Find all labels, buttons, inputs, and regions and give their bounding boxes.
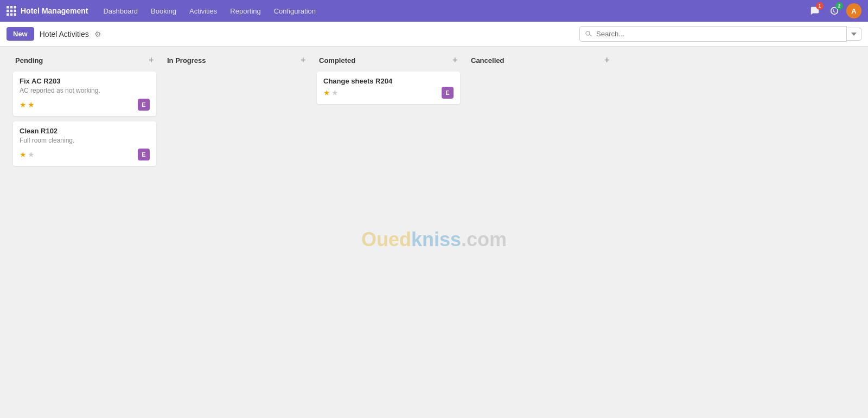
svg-rect-6	[7, 14, 9, 16]
page-title: Hotel Activities	[40, 30, 89, 38]
card-avatar: E	[138, 99, 150, 111]
card-avatar: E	[442, 87, 454, 99]
nav-item-booking[interactable]: Booking	[145, 5, 182, 17]
svg-rect-8	[14, 14, 17, 16]
kanban-card-card-change-sheets[interactable]: Change sheets R204★★E	[317, 72, 460, 104]
topbar-right: 1 2 A	[807, 3, 861, 18]
svg-rect-7	[10, 14, 13, 16]
card-stars: ★★	[20, 100, 35, 109]
search-dropdown-button[interactable]	[847, 28, 861, 41]
kanban-column-pending: Pending+Fix AC R203AC reported as not wo…	[9, 55, 161, 171]
brand-name[interactable]: Hotel Management	[21, 7, 88, 15]
search-input[interactable]	[579, 26, 847, 42]
card-stars: ★★	[20, 150, 35, 159]
card-title: Change sheets R204	[323, 77, 454, 85]
column-add-button-cancelled[interactable]: +	[604, 55, 610, 65]
nav-item-dashboard[interactable]: Dashboard	[98, 5, 143, 17]
search-icon	[585, 30, 592, 37]
apps-icon[interactable]	[7, 6, 16, 16]
card-desc: Full room cleaning.	[20, 137, 150, 144]
column-add-button-pending[interactable]: +	[148, 55, 154, 65]
card-title: Clean R102	[20, 127, 150, 135]
kanban-card-card-fix-ac[interactable]: Fix AC R203AC reported as not working.★★…	[13, 72, 156, 116]
star-empty[interactable]: ★	[28, 150, 35, 159]
column-add-button-in-progress[interactable]: +	[300, 55, 306, 65]
activity-button[interactable]: 2	[827, 3, 842, 18]
kanban-column-cancelled: Cancelled+	[464, 55, 616, 72]
column-header-cancelled: Cancelled+	[469, 55, 612, 65]
star-filled[interactable]: ★	[20, 100, 27, 109]
star-filled[interactable]: ★	[323, 88, 330, 97]
svg-rect-1	[10, 6, 13, 9]
card-footer: ★★E	[20, 149, 150, 160]
activity-badge: 2	[835, 2, 843, 10]
nav-item-reporting[interactable]: Reporting	[225, 5, 266, 17]
card-desc: AC reported as not working.	[20, 87, 150, 94]
topbar-nav: DashboardBookingActivitiesReportingConfi…	[98, 5, 807, 17]
star-filled[interactable]: ★	[28, 100, 35, 109]
star-empty[interactable]: ★	[331, 88, 339, 97]
svg-rect-4	[10, 10, 13, 12]
topbar: Hotel Management DashboardBookingActivit…	[0, 0, 868, 22]
column-title-pending: Pending	[15, 56, 43, 65]
settings-gear-icon[interactable]: ⚙	[94, 30, 101, 38]
card-avatar: E	[138, 149, 150, 160]
kanban-card-card-clean-r102[interactable]: Clean R102Full room cleaning.★★E	[13, 121, 156, 166]
card-title: Fix AC R203	[20, 77, 150, 85]
svg-rect-5	[14, 10, 17, 12]
svg-rect-0	[7, 6, 9, 9]
star-filled[interactable]: ★	[20, 150, 27, 159]
column-title-completed: Completed	[319, 56, 355, 65]
card-footer: ★★E	[20, 99, 150, 111]
search-container	[579, 26, 861, 42]
svg-rect-2	[14, 6, 17, 9]
subheader: New Hotel Activities ⚙	[0, 22, 868, 47]
card-footer: ★★E	[323, 87, 454, 99]
nav-item-configuration[interactable]: Configuration	[269, 5, 321, 17]
column-header-in-progress: In Progress+	[165, 55, 308, 65]
column-add-button-completed[interactable]: +	[452, 55, 458, 65]
kanban-board: Pending+Fix AC R203AC reported as not wo…	[0, 47, 868, 418]
nav-item-activities[interactable]: Activities	[184, 5, 222, 17]
user-avatar[interactable]: A	[846, 3, 861, 18]
column-title-in-progress: In Progress	[167, 56, 206, 65]
messages-button[interactable]: 1	[807, 3, 822, 18]
column-title-cancelled: Cancelled	[471, 56, 504, 65]
svg-rect-3	[7, 10, 9, 12]
messages-badge: 1	[816, 2, 824, 10]
card-stars: ★★	[323, 88, 339, 97]
column-header-completed: Completed+	[317, 55, 460, 65]
kanban-column-completed: Completed+Change sheets R204★★E	[312, 55, 464, 110]
column-header-pending: Pending+	[13, 55, 156, 65]
new-button[interactable]: New	[7, 27, 34, 41]
kanban-column-in-progress: In Progress+	[161, 55, 312, 72]
